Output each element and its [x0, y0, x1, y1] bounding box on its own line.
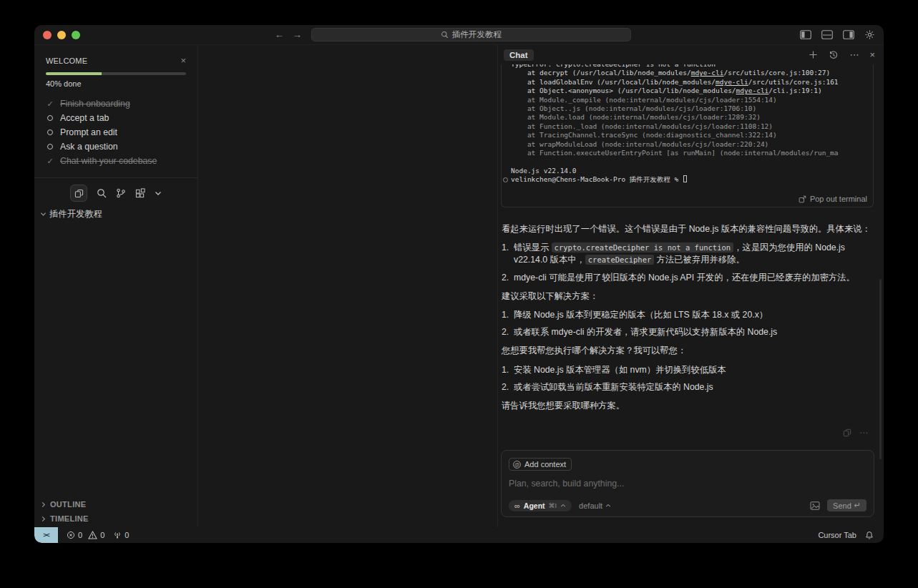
chat-scrollbar[interactable] [879, 279, 882, 459]
search-icon[interactable] [97, 188, 107, 198]
status-bar: >< 0 0 0 Cursor Tab [34, 527, 884, 543]
sidebar-section-outline[interactable]: OUTLINE [34, 497, 197, 511]
chevron-down-icon[interactable] [155, 190, 162, 197]
explorer-root-folder[interactable]: 插件开发教程 [34, 208, 197, 220]
message-list-item: 2.或者联系 mdye-cli 的开发者，请求更新代码以支持新版本的 Node.… [502, 326, 872, 338]
titlebar[interactable]: ← → 插件开发教程 [34, 25, 884, 45]
terminal-line: at Module._compile (node:internal/module… [511, 96, 869, 104]
sidebar-section-timeline[interactable]: TIMELINE [34, 511, 197, 526]
history-icon[interactable] [829, 50, 839, 60]
attach-image-icon[interactable] [810, 501, 820, 510]
ports-indicator[interactable]: 0 [113, 531, 129, 539]
editor-area[interactable] [198, 45, 497, 527]
close-icon[interactable]: × [180, 55, 186, 66]
broadcast-tower-icon [113, 531, 122, 539]
list-number: 2. [502, 272, 514, 284]
welcome-checklist: ✓Finish onboardingAccept a tabPrompt an … [46, 97, 186, 168]
toggle-primary-sidebar-icon[interactable] [800, 30, 811, 39]
checklist-item-label: Prompt an edit [60, 127, 117, 137]
terminal-line: velinkchen@Chens-MacBook-Pro 插件开发教程 % [511, 175, 869, 184]
list-number: 1. [502, 242, 514, 266]
command-center-search[interactable]: 插件开发教程 [311, 28, 631, 41]
app-window: ← → 插件开发教程 [34, 25, 884, 543]
send-button[interactable]: Send ↵ [827, 499, 866, 511]
checklist-item[interactable]: Accept a tab [46, 111, 186, 125]
terminal-line: at Function.executeUserEntryPoint [as ru… [511, 149, 869, 157]
message-paragraph: 您想要我帮您执行哪个解决方案？我可以帮您： [502, 345, 872, 357]
list-number: 1. [502, 364, 514, 376]
warning-icon [88, 531, 97, 539]
onboarding-progress-bar [46, 72, 186, 75]
agent-mode-label: Agent [524, 501, 545, 510]
add-context-button[interactable]: @ Add context [509, 458, 572, 471]
more-actions-icon[interactable]: ⋯ [849, 49, 859, 60]
bell-icon[interactable] [865, 531, 874, 540]
chat-input-box[interactable]: @ Add context Plan, search, build anythi… [501, 450, 874, 518]
chat-panel: Chat ⋯ × TypeError: crypto. [497, 45, 884, 527]
pop-out-terminal-label: Pop out terminal [810, 195, 867, 203]
circle-icon [47, 144, 53, 150]
terminal-line: at TracingChannel.traceSync (node:diagno… [511, 131, 869, 139]
circle-icon [47, 115, 53, 121]
remote-indicator[interactable]: >< [34, 527, 58, 543]
command-decoration-icon [503, 177, 508, 182]
chat-header: Chat ⋯ × [498, 45, 884, 64]
check-icon: ✓ [46, 99, 54, 109]
terminal-lines: TypeError: crypto.createDecipher is not … [511, 64, 869, 185]
message-list-item: 1.降级 Node.js 版本到更稳定的版本（比如 LTS 版本 18.x 或 … [502, 309, 872, 321]
toggle-panel-icon[interactable] [821, 30, 833, 39]
model-selector[interactable]: default [579, 501, 611, 510]
problems-indicator[interactable]: 0 0 [67, 531, 104, 539]
message-list-item: 2.mdye-cli 可能是使用了较旧版本的 Node.js API 开发的，还… [502, 272, 872, 284]
sidebar: WELCOME × 40% done ✓Finish onboardingAcc… [34, 45, 198, 527]
list-number: 2. [502, 381, 514, 393]
maximize-window-button[interactable] [72, 31, 80, 39]
infinity-icon: ∞ [514, 501, 520, 510]
sidebar-section-label: OUTLINE [50, 500, 86, 509]
tab-chat[interactable]: Chat [504, 49, 534, 61]
remote-icon: >< [43, 531, 49, 539]
message-paragraph: 请告诉我您想要采取哪种方案。 [502, 400, 872, 412]
chevron-right-icon [40, 516, 47, 522]
checklist-item[interactable]: Ask a question [46, 139, 186, 154]
checklist-item[interactable]: ✓Chat with your codebase [46, 154, 186, 168]
search-project-label: 插件开发教程 [452, 29, 502, 40]
pop-out-icon [799, 195, 806, 203]
explorer-copy-button[interactable] [70, 185, 87, 202]
check-icon: ✓ [46, 157, 54, 166]
terminal-link[interactable]: mdye-cli [736, 87, 769, 94]
agent-shortcut: ⌘I [549, 502, 557, 509]
agent-mode-selector[interactable]: ∞ Agent ⌘I [509, 500, 572, 511]
checklist-item[interactable]: Prompt an edit [46, 125, 186, 139]
progress-label: 40% done [46, 79, 186, 88]
minimize-window-button[interactable] [57, 31, 66, 39]
terminal-link[interactable]: mdye-cli [716, 78, 748, 86]
source-control-icon[interactable] [116, 188, 126, 198]
cursor-tab-status[interactable]: Cursor Tab [818, 531, 856, 539]
chevron-up-icon [605, 503, 611, 509]
forward-icon[interactable]: → [293, 29, 302, 40]
extensions-icon[interactable] [135, 188, 145, 198]
circle-icon [47, 129, 53, 135]
sidebar-section-label: TIMELINE [50, 514, 89, 523]
close-window-button[interactable] [43, 31, 52, 39]
list-number: 1. [502, 309, 514, 321]
message-more-icon[interactable]: ⋯ [859, 428, 868, 438]
settings-gear-icon[interactable] [864, 29, 875, 40]
terminal-output-block[interactable]: TypeError: crypto.createDecipher is not … [501, 64, 874, 207]
chat-input-placeholder[interactable]: Plan, search, build anything... [509, 479, 866, 489]
root-folder-label: 插件开发教程 [49, 208, 102, 220]
toggle-secondary-sidebar-icon[interactable] [843, 30, 854, 39]
close-icon[interactable]: × [869, 49, 875, 60]
back-icon[interactable]: ← [275, 29, 284, 40]
terminal-cursor [683, 175, 687, 182]
pop-out-terminal-button[interactable]: Pop out terminal [799, 195, 867, 203]
message-list-item: 1.错误显示 crypto.createDecipher is not a fu… [502, 242, 872, 266]
terminal-line: Node.js v22.14.0 [511, 167, 869, 175]
divider [34, 177, 197, 178]
copy-message-icon[interactable] [843, 428, 851, 437]
terminal-line: at Module.load (node:internal/modules/cj… [511, 113, 869, 122]
checklist-item[interactable]: ✓Finish onboarding [46, 97, 186, 111]
new-chat-icon[interactable] [809, 50, 818, 59]
terminal-link[interactable]: mdye-cli [691, 69, 724, 77]
